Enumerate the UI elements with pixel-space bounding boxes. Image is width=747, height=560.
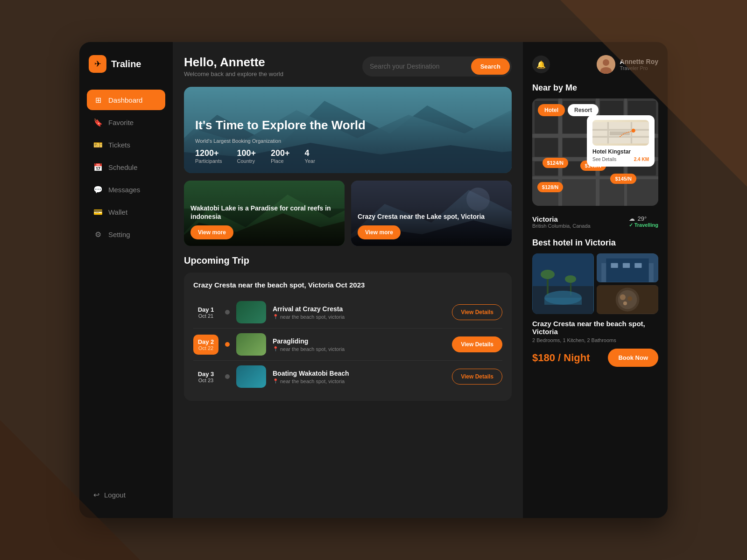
day-num-3: Day 3 xyxy=(193,371,218,378)
destination-cards: Wakatobi Lake is a Paradise for coral re… xyxy=(184,181,512,246)
sidebar-item-wallet[interactable]: 💳 Wallet xyxy=(87,202,165,222)
weather-row: Victoria British Columbia, Canada ☁ 29° … xyxy=(532,215,658,229)
sidebar-item-favorite[interactable]: 🔖 Favorite xyxy=(87,112,165,133)
dest-card-2-content: Crazy Cresta near the Lake spot, Victori… xyxy=(351,206,512,246)
favorite-icon: 🔖 xyxy=(93,118,103,127)
popup-distance: 2.4 KM xyxy=(634,157,649,162)
hero-subtitle: World's Largest Booking Organization xyxy=(195,138,366,144)
avatar-image xyxy=(597,55,615,74)
trip-card: Crazy Cresta near the beach spot, Victor… xyxy=(184,273,512,401)
stat-participants: 1200+ Participants xyxy=(195,148,222,164)
schedule-icon: 📅 xyxy=(93,162,103,172)
svg-point-46 xyxy=(565,275,576,283)
day-date-2: Oct 22 xyxy=(196,345,216,351)
svg-rect-51 xyxy=(606,259,648,282)
trip-info-2: Paragliding 📍 near the beach spot, victo… xyxy=(273,337,445,352)
destination-card-1[interactable]: Wakatobi Lake is a Paradise for coral re… xyxy=(184,181,345,246)
location-icon-2: 📍 xyxy=(273,346,278,351)
upcoming-trip-title: Upcoming Trip xyxy=(184,255,512,266)
destination-card-2[interactable]: Crazy Cresta near the Lake spot, Victori… xyxy=(351,181,512,246)
search-button[interactable]: Search xyxy=(471,58,510,75)
price-pin-3[interactable]: $145/N xyxy=(610,174,636,184)
view-more-btn-1[interactable]: View more xyxy=(190,225,233,239)
stat-country: 100+ Country xyxy=(237,148,256,164)
trip-card-title: Crazy Cresta near the beach spot, Victor… xyxy=(193,281,502,289)
view-details-btn-3[interactable]: View Details xyxy=(452,369,502,385)
user-details: Annette Roy Traveler Pro xyxy=(620,58,658,71)
main-content: Hello, Annette Welcome back and explore … xyxy=(173,42,523,518)
sidebar: ✈ Traline ⊞ Dashboard 🔖 Favorite 🎫 Ticke… xyxy=(79,42,173,518)
stat-year: 4 Year xyxy=(305,148,315,164)
book-now-button[interactable]: Book Now xyxy=(608,349,658,367)
logout-label: Logout xyxy=(104,491,126,499)
stat-year-value: 4 xyxy=(305,148,315,158)
price-pin-4[interactable]: $128/N xyxy=(537,182,563,192)
svg-rect-39 xyxy=(610,132,630,135)
trip-location-2: 📍 near the beach spot, victoria xyxy=(273,346,445,352)
svg-rect-53 xyxy=(623,263,630,268)
price-pin-1[interactable]: $124/N xyxy=(543,158,568,168)
hotel-image-top xyxy=(597,253,658,282)
hotel-price-row: $180 / Night Book Now xyxy=(532,349,658,367)
stat-participants-value: 1200+ xyxy=(195,148,222,158)
hotel-details-text: 2 Bedrooms, 1 Kitchen, 2 Bathrooms xyxy=(532,337,658,343)
hotel-popup: Hotel Kingstar See Details 2.4 KM xyxy=(587,115,655,167)
svg-rect-52 xyxy=(611,263,618,268)
svg-rect-26 xyxy=(535,138,558,157)
hotel-price: $180 / Night xyxy=(532,352,590,364)
hotel-main-svg xyxy=(532,253,594,314)
greeting-subtitle: Welcome back and explore the world xyxy=(184,70,283,77)
hotel-bottom-svg xyxy=(597,285,658,314)
sidebar-item-setting[interactable]: ⚙ Setting xyxy=(87,224,165,245)
popup-see-details[interactable]: See Details xyxy=(592,157,616,162)
svg-point-13 xyxy=(603,59,609,66)
svg-rect-48 xyxy=(544,298,582,305)
messages-icon: 💬 xyxy=(93,185,103,194)
wallet-icon: 💳 xyxy=(93,207,103,217)
nearby-title: Near by Me xyxy=(532,83,658,93)
sidebar-item-schedule[interactable]: 📅 Schedule xyxy=(87,157,165,177)
notification-button[interactable]: 🔔 xyxy=(532,56,550,73)
day-label-2: Day 2 Oct 22 xyxy=(193,335,218,355)
user-info: Annette Roy Traveler Pro xyxy=(597,55,658,74)
sidebar-item-tickets[interactable]: 🎫 Tickets xyxy=(87,134,165,155)
hotel-image-main xyxy=(532,253,594,314)
hotel-name: Crazy Cresta near the beach spot, Victor… xyxy=(532,320,658,336)
stat-year-label: Year xyxy=(305,158,315,164)
sidebar-item-messages[interactable]: 💬 Messages xyxy=(87,179,165,200)
hero-banner: It's Time to Explore the World World's L… xyxy=(184,87,512,173)
view-more-btn-2[interactable]: View more xyxy=(358,225,401,239)
day-label-1: Day 1 Oct 21 xyxy=(193,306,218,319)
trip-info-3: Boating Wakatobi Beach 📍 near the beach … xyxy=(273,370,445,384)
map-tab-hotel[interactable]: Hotel xyxy=(538,104,565,116)
logo-area: ✈ Traline xyxy=(87,55,165,73)
day-date-1: Oct 21 xyxy=(193,313,218,319)
view-details-btn-2[interactable]: View Details xyxy=(452,336,502,352)
user-role: Traveler Pro xyxy=(620,65,658,71)
trip-location-3: 📍 near the beach spot, victoria xyxy=(273,378,445,384)
sidebar-label-wallet: Wallet xyxy=(108,208,127,216)
travelling-badge: ✓ Travelling xyxy=(629,222,658,228)
popup-hotel-name: Hotel Kingstar xyxy=(592,148,649,155)
app-name: Traline xyxy=(111,59,141,70)
nearby-section: Near by Me xyxy=(532,83,658,206)
map-tab-resort[interactable]: Resort xyxy=(568,104,599,116)
location-name: Victoria xyxy=(532,215,591,223)
sidebar-label-schedule: Schedule xyxy=(108,163,138,171)
sidebar-label-setting: Setting xyxy=(108,231,130,238)
right-panel: 🔔 Annette Roy Traveler Pro Near by Me xyxy=(523,42,668,518)
sidebar-label-messages: Messages xyxy=(108,186,140,194)
sidebar-item-dashboard[interactable]: ⊞ Dashboard xyxy=(87,90,165,110)
trip-info-1: Arrival at Crazy Cresta 📍 near the beach… xyxy=(273,305,445,320)
view-details-btn-1[interactable]: View Details xyxy=(452,304,502,320)
trip-name-1: Arrival at Crazy Cresta xyxy=(273,305,445,313)
dest-card-1-title: Wakatobi Lake is a Paradise for coral re… xyxy=(190,204,338,221)
upcoming-trip-section: Upcoming Trip Crazy Cresta near the beac… xyxy=(184,255,512,401)
logo-icon: ✈ xyxy=(89,55,106,73)
day-label-3: Day 3 Oct 23 xyxy=(193,371,218,383)
search-input[interactable] xyxy=(362,57,469,76)
logout-button[interactable]: ↩ Logout xyxy=(87,485,165,505)
day-num-1: Day 1 xyxy=(193,306,218,313)
main-header: Hello, Annette Welcome back and explore … xyxy=(184,55,512,77)
weather-right: ☁ 29° ✓ Travelling xyxy=(629,215,658,228)
